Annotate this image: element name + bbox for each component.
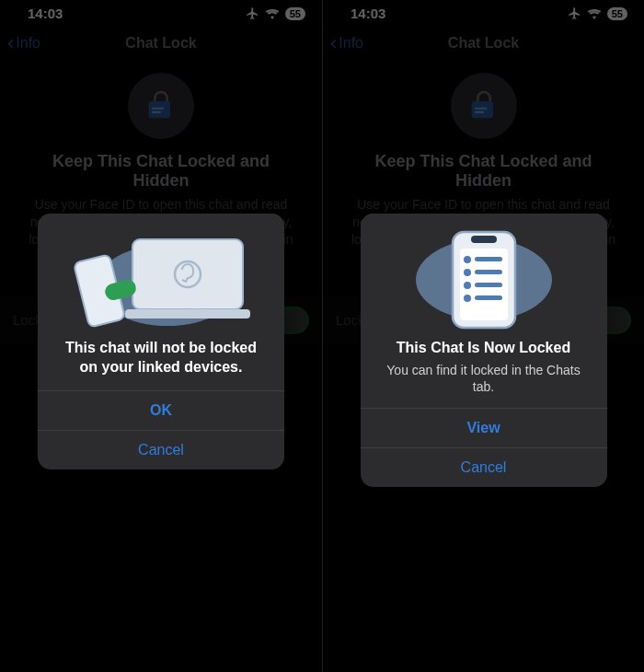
svg-rect-14 [471,236,497,243]
screenshot-right: 14:03 55 ‹ Info Chat Lock Keep Thi [322,0,644,672]
alert-dialog-now-locked: This Chat Is Now Locked You can find it … [361,214,607,487]
dialog-illustration [361,214,607,333]
svg-rect-21 [475,283,502,287]
svg-rect-17 [475,257,502,261]
dialog-ok-button[interactable]: OK [38,390,284,430]
dialog-cancel-button[interactable]: Cancel [361,447,607,487]
dialog-view-button[interactable]: View [361,408,607,447]
svg-point-18 [464,269,471,276]
svg-rect-5 [125,309,250,319]
svg-rect-19 [475,270,502,274]
dialog-illustration [38,214,284,333]
alert-dialog-linked-devices: This chat will not be locked on your lin… [38,214,284,469]
svg-point-16 [464,256,471,263]
svg-point-22 [464,295,471,302]
svg-point-20 [464,282,471,289]
screenshot-left: 14:03 55 ‹ Info Chat Lock Keep Thi [0,0,322,672]
svg-rect-23 [475,295,502,300]
svg-rect-4 [132,239,243,309]
dialog-desc: You can find it locked in the Chats tab. [377,362,591,395]
dialog-cancel-button[interactable]: Cancel [38,430,284,469]
dialog-title: This chat will not be locked on your lin… [54,339,268,377]
dialog-title: This Chat Is Now Locked [377,339,591,358]
